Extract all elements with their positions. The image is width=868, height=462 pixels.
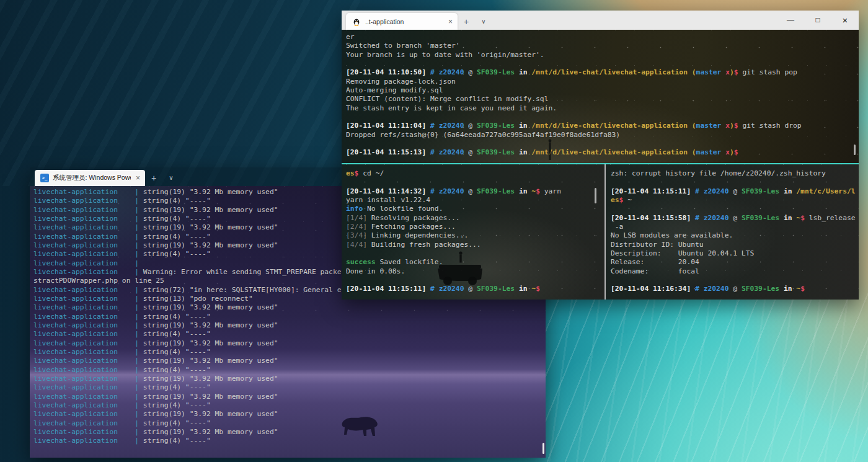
powershell-tab-title: 系统管理员: Windows PowerShe xyxy=(53,174,131,182)
terminal-line: livechat-application | string(19) "3.92 … xyxy=(33,339,546,348)
minimize-button[interactable]: — xyxy=(777,11,804,30)
terminal-titlebar[interactable]: ..t-application × + ∨ — □ × xyxy=(342,11,859,30)
terminal-line: livechat-application | string(19) "3.92 … xyxy=(33,375,546,383)
tux-icon xyxy=(352,17,361,26)
terminal-window: ..t-application × + ∨ — □ × erSwitched t… xyxy=(342,11,859,300)
terminal-line: livechat-application | string(4) "----" xyxy=(33,330,546,339)
background-person-silhouette xyxy=(546,139,554,161)
terminal-line: livechat-application | string(4) "----" xyxy=(33,348,546,357)
background-bear-silhouette xyxy=(334,411,382,440)
terminal-line: [20-11-04 11:11:04] # z20240 @ SF039-Les… xyxy=(346,122,859,130)
terminal-line: [20-11-04 11:14:32] # z20240 @ SF039-Les… xyxy=(346,187,604,196)
terminal-line: livechat-application | string(19) "3.92 … xyxy=(33,410,546,419)
terminal-pane-yarn[interactable]: es$ cd ~/ [20-11-04 11:14:32] # z20240 @… xyxy=(342,164,604,300)
terminal-line: livechat-application | string(4) "----" xyxy=(33,383,546,392)
terminal-line: zsh: corrupt history file /home/z20240/.… xyxy=(611,169,859,178)
terminal-line: livechat-application | string(4) "----" xyxy=(33,437,546,445)
terminal-line xyxy=(346,140,859,148)
wallpaper-surf-foam xyxy=(546,285,868,462)
terminal-tab[interactable]: ..t-application × xyxy=(346,13,458,30)
terminal-line: Distributor ID: Ubuntu xyxy=(611,241,859,249)
terminal-line: yarn install v1.22.4 xyxy=(346,196,604,205)
terminal-line: Codename: focal xyxy=(611,267,859,276)
powershell-new-tab-button[interactable]: + xyxy=(145,170,162,186)
terminal-line: [20-11-04 11:16:34] # z20240 @ SF039-Les… xyxy=(611,285,859,293)
powershell-scrollbar[interactable] xyxy=(542,443,544,454)
git-pane-output: erSwitched to branch 'master'Your branch… xyxy=(346,33,859,158)
terminal-pane-zsh[interactable]: zsh: corrupt history file /home/z20240/.… xyxy=(606,164,859,300)
terminal-line: livechat-application | string(19) "3.92 … xyxy=(33,357,546,365)
powershell-tab-close-icon[interactable]: × xyxy=(135,174,141,182)
background-car-person-silhouette xyxy=(432,248,489,293)
terminal-line: livechat-application | string(19) "3.92 … xyxy=(33,321,546,330)
zsh-pane-output: zsh: corrupt history file /home/z20240/.… xyxy=(611,169,859,294)
terminal-line xyxy=(611,205,859,213)
terminal-line xyxy=(346,60,859,68)
window-controls: — □ × xyxy=(777,11,859,30)
terminal-line xyxy=(611,178,859,187)
powershell-tab[interactable]: >_ 系统管理员: Windows PowerShe × xyxy=(35,170,145,186)
powershell-tab-dropdown-icon[interactable]: ∨ xyxy=(162,170,179,186)
terminal-line: es$ cd ~/ xyxy=(346,169,604,178)
terminal-line: info No lockfile found. xyxy=(346,205,604,213)
active-pane-split-line xyxy=(342,163,859,164)
terminal-line: Your branch is up to date with 'origin/m… xyxy=(346,51,859,60)
terminal-line: [20-11-04 11:15:58] # z20240 @ SF039-Les… xyxy=(611,214,859,223)
terminal-line: livechat-application | string(4) "----" xyxy=(33,401,546,410)
terminal-line: [20-11-04 11:10:50] # z20240 @ SF039-Les… xyxy=(346,68,859,77)
terminal-pane-git[interactable]: erSwitched to branch 'master'Your branch… xyxy=(342,30,859,163)
terminal-tab-close-icon[interactable]: × xyxy=(447,17,454,26)
wallpaper-wave-streaks xyxy=(0,0,360,186)
terminal-line xyxy=(611,276,859,285)
terminal-line: Switched to branch 'master' xyxy=(346,42,859,50)
terminal-line: [3/4] Linking dependencies... xyxy=(346,231,604,240)
terminal-line: [2/4] Fetching packages... xyxy=(346,223,604,231)
terminal-line: CONFLICT (content): Merge conflict in mo… xyxy=(346,95,859,104)
pane-divider[interactable] xyxy=(604,164,606,300)
close-button[interactable]: × xyxy=(831,11,859,30)
terminal-line: livechat-application | string(19) "3.92 … xyxy=(33,303,546,312)
terminal-line: [1/4] Resolving packages... xyxy=(346,214,604,223)
terminal-line: [20-11-04 11:15:13] # z20240 @ SF039-Les… xyxy=(346,148,859,157)
terminal-line xyxy=(346,178,604,187)
terminal-line: No LSB modules are available. xyxy=(611,231,859,240)
terminal-tab-title: ..t-application xyxy=(365,18,443,25)
terminal-line: Removing package-lock.json xyxy=(346,78,859,86)
terminal-new-tab-button[interactable]: + xyxy=(458,14,475,30)
terminal-line xyxy=(346,113,859,122)
git-pane-scrollbar[interactable] xyxy=(854,144,856,155)
terminal-line: Auto-merging modify.sql xyxy=(346,86,859,95)
powershell-icon: >_ xyxy=(40,174,49,182)
terminal-line: livechat-application | string(19) "3.92 … xyxy=(33,428,546,437)
desktop: >_ 系统管理员: Windows PowerShe × + ∨ livecha… xyxy=(0,0,868,462)
terminal-line: Release: 20.04 xyxy=(611,258,859,267)
terminal-line: es$ ~ xyxy=(611,196,859,205)
maximize-button[interactable]: □ xyxy=(804,11,831,30)
yarn-pane-scrollbar[interactable] xyxy=(595,188,596,203)
terminal-line: livechat-application | string(4) "----" xyxy=(33,366,546,375)
terminal-line: [20-11-04 11:15:11] # z20240 @ SF039-Les… xyxy=(611,187,859,196)
terminal-line: -a xyxy=(611,223,859,231)
terminal-line: er xyxy=(346,33,859,42)
terminal-line: The stash entry is kept in case you need… xyxy=(346,104,859,113)
terminal-tab-dropdown-icon[interactable]: ∨ xyxy=(475,14,492,30)
terminal-line: livechat-application | string(19) "3.92 … xyxy=(33,393,546,401)
terminal-line: livechat-application | string(4) "----" xyxy=(33,419,546,428)
terminal-body: erSwitched to branch 'master'Your branch… xyxy=(342,30,859,300)
terminal-line: Dropped refs/stash@{0} (6a64eeada727a0c9… xyxy=(346,131,859,140)
terminal-line: Description: Ubuntu 20.04.1 LTS xyxy=(611,249,859,258)
terminal-line: livechat-application | string(4) "----" xyxy=(33,313,546,321)
